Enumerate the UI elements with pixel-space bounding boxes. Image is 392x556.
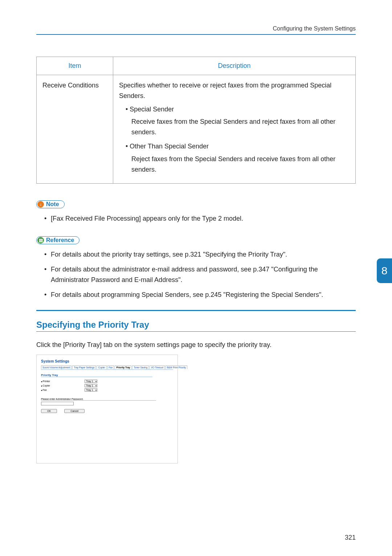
ss-cancel-button[interactable]: Cancel (64, 409, 85, 413)
ss-password-input[interactable] (41, 402, 74, 405)
ss-tab[interactable]: B&W Print Priority (166, 365, 187, 369)
section-rule (36, 310, 356, 311)
ss-tab[interactable]: Toner Saving (132, 365, 149, 369)
ss-select-printer[interactable]: Tray 1 (85, 380, 97, 383)
ss-tab-active[interactable]: Priority Tray (115, 365, 131, 369)
reference-icon: ▤ (37, 237, 44, 244)
note-item: [Fax Received File Processing] appears o… (51, 213, 356, 224)
page-number: 321 (345, 534, 356, 541)
ss-select-copier[interactable]: Tray 1 (85, 384, 97, 387)
note-icon: ↓ (37, 201, 44, 208)
desc-intro: Specifies whether to receive or reject f… (119, 80, 350, 101)
reference-item: For details about the priority tray sett… (51, 249, 356, 260)
th-item: Item (37, 57, 113, 75)
ss-tab[interactable]: Tray Paper Settings (72, 365, 96, 369)
ss-row-label: Printer (41, 380, 85, 383)
ss-ok-button[interactable]: OK (41, 409, 57, 413)
bullet-title-0: Special Sender (126, 106, 174, 113)
reference-label: Reference (46, 237, 74, 244)
bullet-title-1: Other Than Special Sender (126, 143, 209, 150)
page-header: Configuring the System Settings (36, 25, 356, 35)
ss-tab[interactable]: Copier (97, 365, 106, 369)
ss-password-label: Please enter Administrator Password. (41, 398, 156, 401)
reference-item: For details about programming Special Se… (51, 290, 356, 300)
ss-select-fax[interactable]: Tray 1 (85, 388, 97, 392)
table-row: Receive Conditions Specifies whether to … (37, 75, 356, 184)
description-table: Item Description Receive Conditions Spec… (36, 57, 356, 184)
th-description: Description (113, 57, 355, 75)
ss-tabrow: Sound Volume Adjustment Tray Paper Setti… (41, 365, 173, 370)
reference-item: For details about the administrator e-ma… (51, 264, 356, 285)
note-label: Note (46, 201, 59, 208)
section-body: Click the [Priority Tray] tab on the sys… (36, 340, 356, 350)
ss-row: Printer Tray 1 (41, 380, 173, 383)
chapter-tab: 8 (377, 258, 392, 283)
ss-title: System Settings (41, 359, 173, 363)
ss-tab[interactable]: Sound Volume Adjustment (41, 365, 72, 369)
note-list: [Fax Received File Processing] appears o… (36, 213, 356, 224)
bullet-text-1: Reject faxes from the Special Senders an… (126, 154, 350, 175)
reference-list: For details about the priority tray sett… (36, 249, 356, 300)
bullet-text-0: Receive faxes from the Special Senders a… (126, 116, 350, 138)
ss-row: Copier Tray 1 (41, 384, 173, 387)
cell-description: Specifies whether to receive or reject f… (113, 75, 355, 184)
note-callout: ↓ Note (36, 200, 65, 208)
cell-item: Receive Conditions (37, 75, 113, 184)
ss-row-label: Copier (41, 384, 85, 387)
header-title: Configuring the System Settings (273, 25, 356, 32)
inset-screenshot: System Settings Sound Volume Adjustment … (36, 355, 178, 463)
ss-group-title: Priority Tray (41, 373, 152, 377)
ss-tab[interactable]: I/O Timeout (150, 365, 165, 369)
section-heading: Specifying the Priority Tray (36, 320, 356, 332)
ss-tab[interactable]: Fax (107, 365, 114, 369)
ss-row: Fax Tray 1 (41, 388, 173, 392)
ss-row-label: Fax (41, 389, 85, 391)
reference-callout: ▤ Reference (36, 236, 79, 244)
